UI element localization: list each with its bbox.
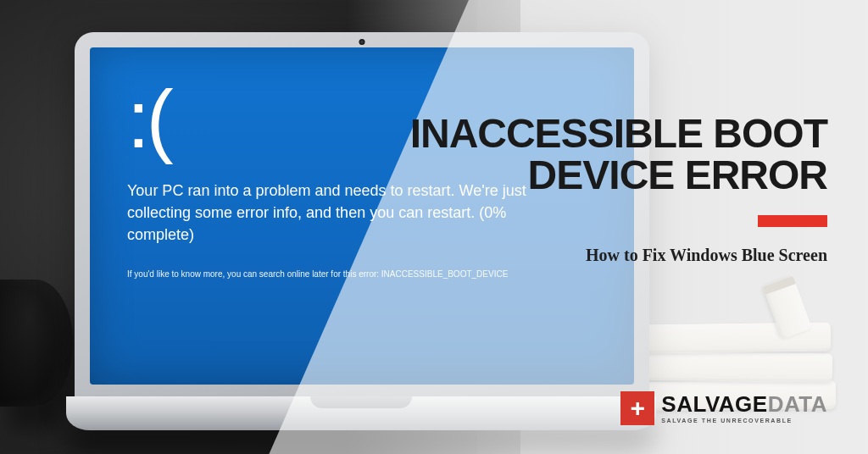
plus-icon: + — [620, 391, 654, 425]
accent-bar — [758, 215, 827, 227]
headline-title: INACCESSIBLE BOOT DEVICE ERROR — [410, 114, 827, 197]
logo-word-data: DATA — [768, 393, 827, 415]
webcam-icon — [359, 39, 365, 45]
logo-wordmark: SALVAGEDATA — [661, 393, 827, 415]
coffee-mug — [0, 280, 73, 407]
brand-logo: + SALVAGEDATA SALVAGE THE UNRECOVERABLE — [620, 391, 827, 425]
logo-word-salvage: SALVAGE — [661, 393, 767, 415]
promo-graphic: :( Your PC ran into a problem and needs … — [0, 0, 868, 454]
headline-subhead: How to Fix Windows Blue Screen — [410, 246, 827, 265]
headline-block: INACCESSIBLE BOOT DEVICE ERROR How to Fi… — [410, 114, 827, 265]
headline-line1: INACCESSIBLE BOOT — [410, 111, 827, 156]
logo-text: SALVAGEDATA SALVAGE THE UNRECOVERABLE — [661, 393, 827, 424]
logo-tagline: SALVAGE THE UNRECOVERABLE — [661, 418, 827, 424]
headline-line2: DEVICE ERROR — [528, 152, 827, 197]
